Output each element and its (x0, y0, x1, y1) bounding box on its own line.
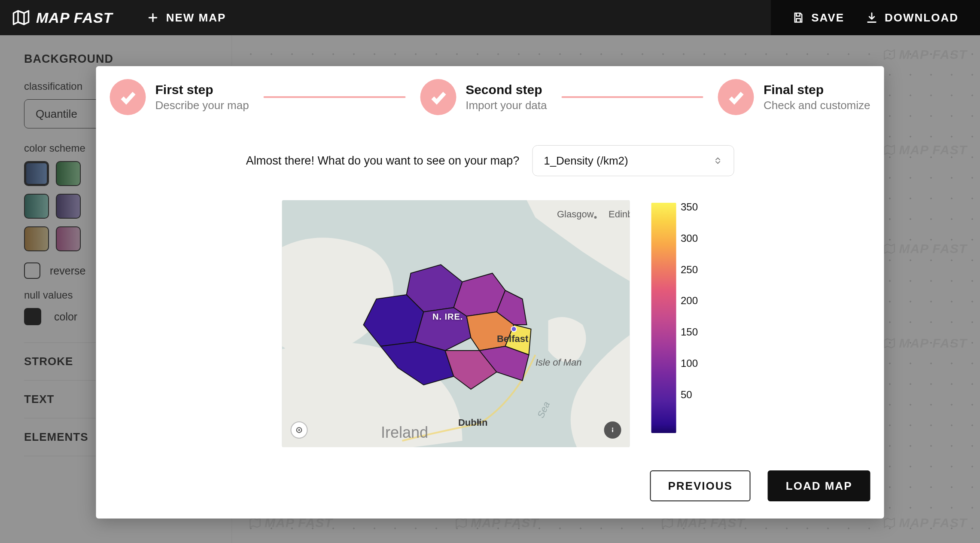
stepper: First step Describe your map Second step… (110, 79, 870, 115)
map-label-dublin: Dublin (458, 417, 487, 428)
step-line (561, 96, 703, 98)
variable-selected: 1_Density (/km2) (544, 154, 628, 168)
load-map-label: LOAD MAP (786, 479, 852, 493)
check-icon (119, 88, 137, 107)
color-legend: 350 300 250 200 150 100 50 (651, 200, 698, 447)
map-label-ireland: Ireland (381, 424, 428, 442)
brand-logo[interactable]: MAP FAST (0, 9, 130, 27)
step-1-subtitle: Describe your map (155, 99, 249, 112)
step-2: Second step Import your data (420, 79, 547, 115)
new-map-button[interactable]: NEW MAP (130, 0, 243, 35)
step-2-subtitle: Import your data (466, 99, 547, 112)
svg-point-3 (594, 216, 597, 219)
map-label-belfast: Belfast (497, 333, 528, 345)
check-icon (429, 88, 447, 107)
download-icon (866, 12, 878, 24)
step-3-subtitle: Check and customize (764, 99, 870, 112)
preview-row: Glasgow Edinburgh N. IRE. Belfast Isle o… (110, 200, 870, 447)
target-icon (295, 426, 304, 434)
step-3-dot (718, 79, 754, 115)
download-button[interactable]: DOWNLOAD (866, 11, 959, 24)
svg-point-6 (612, 427, 613, 429)
map-preview[interactable]: Glasgow Edinburgh N. IRE. Belfast Isle o… (282, 200, 630, 447)
step-1-title: First step (155, 82, 249, 97)
previous-label: PREVIOUS (668, 479, 732, 493)
save-label: SAVE (811, 11, 844, 24)
basemap (282, 200, 630, 447)
variable-question: Almost there! What do you want to see on… (246, 154, 519, 168)
wizard-modal: First step Describe your map Second step… (96, 66, 884, 519)
legend-tick: 50 (681, 390, 698, 400)
legend-tick: 250 (681, 265, 698, 275)
topbar: MAP FAST NEW MAP SAVE DOWNLOAD (0, 0, 980, 35)
map-label-ni: N. IRE. (432, 312, 463, 322)
step-1-dot (110, 79, 146, 115)
select-stepper-icon (713, 156, 722, 165)
step-line (264, 96, 405, 98)
legend-tick: 150 (681, 327, 698, 337)
svg-point-1 (511, 326, 517, 332)
legend-bar (651, 203, 676, 433)
topbar-right: SAVE DOWNLOAD (771, 0, 980, 35)
map-icon (12, 9, 30, 27)
previous-button[interactable]: PREVIOUS (650, 470, 750, 501)
map-label-glasgow: Glasgow (557, 209, 594, 220)
plus-icon (147, 12, 158, 23)
svg-point-5 (298, 429, 300, 431)
workspace: BACKGROUND classification Quantile color… (0, 35, 980, 543)
legend-tick: 300 (681, 233, 698, 244)
info-icon (609, 426, 617, 434)
check-icon (727, 88, 746, 107)
wizard-footer: PREVIOUS LOAD MAP (110, 470, 870, 501)
variable-row: Almost there! What do you want to see on… (110, 145, 870, 176)
brand-text: MAP FAST (36, 9, 113, 26)
load-map-button[interactable]: LOAD MAP (768, 470, 870, 501)
legend-ticks: 350 300 250 200 150 100 50 (681, 200, 698, 447)
legend-tick: 350 (681, 202, 698, 212)
new-map-label: NEW MAP (166, 11, 226, 24)
download-label: DOWNLOAD (885, 11, 959, 24)
step-3-title: Final step (764, 82, 870, 97)
svg-rect-7 (612, 429, 614, 432)
map-label-iom: Isle of Man (536, 357, 582, 368)
step-1: First step Describe your map (110, 79, 249, 115)
legend-tick: 200 (681, 296, 698, 306)
step-3: Final step Check and customize (718, 79, 870, 115)
save-icon (792, 12, 804, 24)
map-label-edinburgh: Edinburgh (609, 209, 630, 220)
variable-select[interactable]: 1_Density (/km2) (532, 145, 734, 176)
step-2-title: Second step (466, 82, 547, 97)
legend-tick: 100 (681, 358, 698, 369)
save-button[interactable]: SAVE (792, 11, 844, 24)
step-2-dot (420, 79, 456, 115)
